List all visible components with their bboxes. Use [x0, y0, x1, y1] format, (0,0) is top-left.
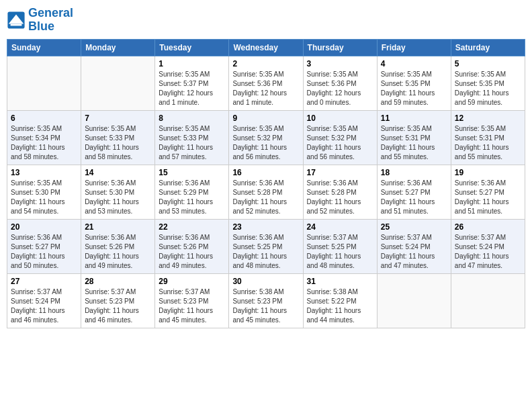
day-info: Sunrise: 5:35 AMSunset: 5:31 PMDaylight:… — [381, 124, 447, 162]
calendar-cell: 27Sunrise: 5:37 AMSunset: 5:24 PMDayligh… — [7, 273, 81, 328]
day-number: 6 — [11, 113, 77, 123]
calendar-cell: 20Sunrise: 5:36 AMSunset: 5:27 PMDayligh… — [7, 219, 81, 273]
day-info: Sunrise: 5:35 AMSunset: 5:35 PMDaylight:… — [381, 70, 447, 107]
calendar-cell — [7, 56, 81, 110]
day-info: Sunrise: 5:35 AMSunset: 5:33 PMDaylight:… — [85, 124, 151, 162]
weekday-header: Tuesday — [155, 39, 229, 56]
day-number: 30 — [232, 277, 299, 286]
day-number: 22 — [159, 222, 225, 232]
calendar-cell: 29Sunrise: 5:37 AMSunset: 5:23 PMDayligh… — [155, 273, 229, 328]
calendar-cell — [81, 56, 155, 110]
calendar-body: 1Sunrise: 5:35 AMSunset: 5:37 PMDaylight… — [7, 56, 525, 328]
calendar-cell: 26Sunrise: 5:37 AMSunset: 5:24 PMDayligh… — [451, 219, 525, 273]
day-info: Sunrise: 5:35 AMSunset: 5:30 PMDaylight:… — [11, 179, 77, 216]
logo-icon — [7, 11, 26, 30]
weekday-header: Wednesday — [229, 39, 303, 56]
day-info: Sunrise: 5:35 AMSunset: 5:36 PMDaylight:… — [307, 70, 373, 107]
day-info: Sunrise: 5:38 AMSunset: 5:22 PMDaylight:… — [307, 287, 373, 325]
day-info: Sunrise: 5:35 AMSunset: 5:32 PMDaylight:… — [232, 124, 299, 162]
calendar-cell: 31Sunrise: 5:38 AMSunset: 5:22 PMDayligh… — [303, 273, 377, 328]
calendar-cell: 2Sunrise: 5:35 AMSunset: 5:36 PMDaylight… — [229, 56, 303, 110]
calendar-week-row: 6Sunrise: 5:35 AMSunset: 5:34 PMDaylight… — [7, 110, 525, 165]
day-info: Sunrise: 5:35 AMSunset: 5:35 PMDaylight:… — [455, 70, 521, 107]
calendar-cell: 14Sunrise: 5:36 AMSunset: 5:30 PMDayligh… — [81, 165, 155, 219]
calendar-table: SundayMondayTuesdayWednesdayThursdayFrid… — [7, 39, 525, 328]
calendar-cell: 30Sunrise: 5:38 AMSunset: 5:23 PMDayligh… — [229, 273, 303, 328]
day-number: 1 — [159, 59, 225, 68]
day-number: 13 — [11, 168, 77, 177]
day-number: 15 — [159, 168, 225, 177]
calendar-week-row: 27Sunrise: 5:37 AMSunset: 5:24 PMDayligh… — [7, 273, 525, 328]
day-number: 2 — [232, 59, 299, 68]
calendar-cell: 10Sunrise: 5:35 AMSunset: 5:32 PMDayligh… — [303, 110, 377, 165]
day-number: 31 — [307, 277, 373, 286]
weekday-header: Monday — [81, 39, 155, 56]
day-info: Sunrise: 5:37 AMSunset: 5:23 PMDaylight:… — [85, 287, 151, 325]
day-number: 24 — [307, 222, 373, 232]
day-info: Sunrise: 5:35 AMSunset: 5:33 PMDaylight:… — [159, 124, 225, 162]
calendar-cell: 23Sunrise: 5:36 AMSunset: 5:25 PMDayligh… — [229, 219, 303, 273]
day-number: 19 — [455, 168, 521, 177]
calendar-header-row: SundayMondayTuesdayWednesdayThursdayFrid… — [7, 39, 525, 56]
weekday-header: Thursday — [303, 39, 377, 56]
day-info: Sunrise: 5:37 AMSunset: 5:24 PMDaylight:… — [455, 233, 521, 271]
day-info: Sunrise: 5:35 AMSunset: 5:34 PMDaylight:… — [11, 124, 77, 162]
day-info: Sunrise: 5:36 AMSunset: 5:27 PMDaylight:… — [11, 233, 77, 271]
day-info: Sunrise: 5:37 AMSunset: 5:24 PMDaylight:… — [381, 233, 447, 271]
weekday-header: Saturday — [451, 39, 525, 56]
day-info: Sunrise: 5:36 AMSunset: 5:27 PMDaylight:… — [381, 179, 447, 216]
day-info: Sunrise: 5:36 AMSunset: 5:27 PMDaylight:… — [455, 179, 521, 216]
calendar-cell: 21Sunrise: 5:36 AMSunset: 5:26 PMDayligh… — [81, 219, 155, 273]
day-number: 10 — [307, 113, 373, 123]
calendar-cell: 8Sunrise: 5:35 AMSunset: 5:33 PMDaylight… — [155, 110, 229, 165]
day-number: 27 — [11, 277, 77, 286]
day-number: 21 — [85, 222, 151, 232]
day-info: Sunrise: 5:38 AMSunset: 5:23 PMDaylight:… — [232, 287, 299, 325]
day-number: 20 — [11, 222, 77, 232]
calendar-week-row: 13Sunrise: 5:35 AMSunset: 5:30 PMDayligh… — [7, 165, 525, 219]
calendar-cell: 11Sunrise: 5:35 AMSunset: 5:31 PMDayligh… — [377, 110, 451, 165]
calendar-cell: 12Sunrise: 5:35 AMSunset: 5:31 PMDayligh… — [451, 110, 525, 165]
day-info: Sunrise: 5:35 AMSunset: 5:31 PMDaylight:… — [455, 124, 521, 162]
day-info: Sunrise: 5:37 AMSunset: 5:23 PMDaylight:… — [159, 287, 225, 325]
calendar-cell: 13Sunrise: 5:35 AMSunset: 5:30 PMDayligh… — [7, 165, 81, 219]
day-info: Sunrise: 5:35 AMSunset: 5:37 PMDaylight:… — [159, 70, 225, 107]
calendar-cell: 7Sunrise: 5:35 AMSunset: 5:33 PMDaylight… — [81, 110, 155, 165]
day-number: 25 — [381, 222, 447, 232]
calendar-cell: 4Sunrise: 5:35 AMSunset: 5:35 PMDaylight… — [377, 56, 451, 110]
calendar-cell: 22Sunrise: 5:36 AMSunset: 5:26 PMDayligh… — [155, 219, 229, 273]
day-info: Sunrise: 5:35 AMSunset: 5:32 PMDaylight:… — [307, 124, 373, 162]
day-number: 17 — [307, 168, 373, 177]
day-number: 18 — [381, 168, 447, 177]
weekday-header: Friday — [377, 39, 451, 56]
calendar-cell — [377, 273, 451, 328]
calendar-cell: 28Sunrise: 5:37 AMSunset: 5:23 PMDayligh… — [81, 273, 155, 328]
calendar-cell: 17Sunrise: 5:36 AMSunset: 5:28 PMDayligh… — [303, 165, 377, 219]
day-number: 28 — [85, 277, 151, 286]
day-info: Sunrise: 5:36 AMSunset: 5:29 PMDaylight:… — [159, 179, 225, 216]
day-number: 16 — [232, 168, 299, 177]
calendar-week-row: 1Sunrise: 5:35 AMSunset: 5:37 PMDaylight… — [7, 56, 525, 110]
calendar-cell: 18Sunrise: 5:36 AMSunset: 5:27 PMDayligh… — [377, 165, 451, 219]
day-info: Sunrise: 5:36 AMSunset: 5:25 PMDaylight:… — [232, 233, 299, 271]
day-info: Sunrise: 5:37 AMSunset: 5:24 PMDaylight:… — [11, 287, 77, 325]
day-number: 9 — [232, 113, 299, 123]
day-number: 23 — [232, 222, 299, 232]
day-info: Sunrise: 5:36 AMSunset: 5:26 PMDaylight:… — [159, 233, 225, 271]
day-info: Sunrise: 5:35 AMSunset: 5:36 PMDaylight:… — [232, 70, 299, 107]
logo: General Blue — [7, 7, 73, 34]
calendar-cell — [451, 273, 525, 328]
svg-rect-2 — [11, 24, 22, 26]
day-number: 8 — [159, 113, 225, 123]
day-number: 5 — [455, 59, 521, 68]
day-info: Sunrise: 5:36 AMSunset: 5:26 PMDaylight:… — [85, 233, 151, 271]
calendar-cell: 19Sunrise: 5:36 AMSunset: 5:27 PMDayligh… — [451, 165, 525, 219]
day-number: 26 — [455, 222, 521, 232]
calendar-cell: 25Sunrise: 5:37 AMSunset: 5:24 PMDayligh… — [377, 219, 451, 273]
page-header: General Blue — [7, 7, 525, 34]
calendar-cell: 24Sunrise: 5:37 AMSunset: 5:25 PMDayligh… — [303, 219, 377, 273]
calendar-cell: 9Sunrise: 5:35 AMSunset: 5:32 PMDaylight… — [229, 110, 303, 165]
calendar-cell: 15Sunrise: 5:36 AMSunset: 5:29 PMDayligh… — [155, 165, 229, 219]
calendar-cell: 6Sunrise: 5:35 AMSunset: 5:34 PMDaylight… — [7, 110, 81, 165]
day-info: Sunrise: 5:36 AMSunset: 5:30 PMDaylight:… — [85, 179, 151, 216]
